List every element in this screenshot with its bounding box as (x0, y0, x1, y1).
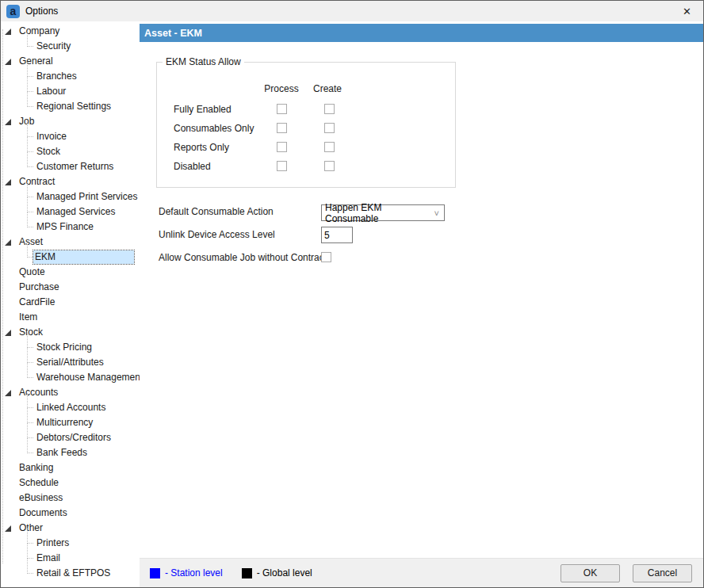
tree-item-branches[interactable]: Branches (1, 69, 140, 84)
tree-item-linked-accounts[interactable]: Linked Accounts (1, 400, 140, 415)
tree-item-label: Managed Services (35, 205, 117, 219)
checkbox-fully-enabled-create[interactable] (324, 104, 335, 114)
checkbox-disabled-process[interactable] (277, 161, 287, 171)
tree-item-stock-pricing[interactable]: Stock Pricing (1, 340, 140, 355)
tree-item-label: Schedule (17, 476, 60, 490)
ekm-status-allow-group: EKM Status Allow Process Create Fully En… (156, 62, 456, 188)
expander-icon[interactable] (5, 330, 11, 336)
tree-item-security[interactable]: Security (1, 39, 140, 54)
default-consumable-action-label: Default Consumable Action (159, 206, 274, 217)
options-tree: CompanySecurityGeneralBranchesLabourRegi… (1, 21, 140, 587)
tree-item-label: Printers (35, 536, 71, 550)
tree-item-invoice[interactable]: Invoice (1, 129, 140, 144)
tree-item-label: Multicurrency (35, 416, 94, 430)
tree-item-regional-settings[interactable]: Regional Settings (1, 99, 140, 114)
expander-icon[interactable] (5, 390, 11, 396)
tree-item-asset[interactable]: Asset (1, 235, 140, 250)
global-level-swatch (242, 568, 252, 578)
app-logo-icon: a (6, 5, 20, 18)
expander-icon[interactable] (5, 179, 11, 185)
tree-item-job[interactable]: Job (1, 114, 140, 129)
row-label: Fully Enabled (174, 104, 231, 115)
global-level-label: - Global level (257, 567, 312, 578)
tree-item-retail-eftpos[interactable]: Retail & EFTPOS (1, 566, 140, 581)
tree-item-label: Email (35, 552, 62, 565)
tree-item-label: Linked Accounts (35, 401, 107, 414)
tree-item-label: Stock Pricing (35, 341, 94, 354)
tree-item-accounts[interactable]: Accounts (1, 385, 140, 400)
footer-bar: - Station level - Global level OK Cancel (140, 558, 703, 587)
title-bar: a Options ✕ (1, 1, 703, 21)
expander-icon[interactable] (5, 59, 11, 65)
tree-item-label: Documents (17, 506, 69, 520)
tree-item-printers[interactable]: Printers (1, 536, 140, 551)
main-panel: Asset - EKM EKM Status Allow Process Cre… (140, 21, 703, 587)
tree-item-managed-print-services[interactable]: Managed Print Services (1, 189, 140, 204)
ok-button[interactable]: OK (561, 564, 620, 582)
tree-item-ebusiness[interactable]: eBusiness (1, 491, 140, 506)
tree-item-label: Stock (35, 145, 62, 158)
tree-item-label: Banking (17, 461, 55, 475)
column-header-create: Create (304, 83, 351, 94)
tree-item-debtors-creditors[interactable]: Debtors/Creditors (1, 430, 140, 445)
checkbox-consumables-only-create[interactable] (324, 123, 335, 133)
tree-item-stock[interactable]: Stock (1, 325, 140, 340)
tree-item-ekm[interactable]: EKM (1, 250, 140, 265)
tree-item-labour[interactable]: Labour (1, 84, 140, 99)
cancel-button[interactable]: Cancel (633, 564, 692, 582)
tree-item-warehouse-management[interactable]: Warehouse Management (1, 370, 140, 385)
row-label: Reports Only (174, 142, 229, 153)
tree-item-general[interactable]: General (1, 54, 140, 69)
tree-item-label: Item (17, 311, 39, 324)
tree-item-banking[interactable]: Banking (1, 460, 140, 475)
tree-item-item[interactable]: Item (1, 310, 140, 325)
tree-item-label: Managed Print Services (35, 190, 139, 204)
tree-item-serial-attributes[interactable]: Serial/Attributes (1, 355, 140, 370)
tree-item-schedule[interactable]: Schedule (1, 475, 140, 491)
expander-icon[interactable] (5, 239, 11, 246)
tree-item-customer-returns[interactable]: Customer Returns (1, 159, 140, 174)
tree-item-purchase[interactable]: Purchase (1, 280, 140, 295)
group-title: EKM Status Allow (163, 56, 244, 67)
tree-item-managed-services[interactable]: Managed Services (1, 204, 140, 220)
tree-item-label: Accounts (17, 386, 59, 399)
tree-item-company[interactable]: Company (1, 24, 140, 39)
tree-item-label: General (17, 55, 55, 68)
tree-item-email[interactable]: Email (1, 551, 140, 566)
expander-icon[interactable] (5, 119, 11, 125)
tree-item-other[interactable]: Other (1, 521, 140, 536)
row-label: Consumables Only (174, 123, 254, 134)
tree-item-label: Security (35, 40, 72, 53)
checkbox-fully-enabled-process[interactable] (277, 104, 287, 114)
status-row-consumables-only: Consumables Only (157, 123, 455, 134)
tree-item-label: Regional Settings (35, 100, 113, 113)
tree-item-mps-finance[interactable]: MPS Finance (1, 220, 140, 235)
tree-item-multicurrency[interactable]: Multicurrency (1, 415, 140, 430)
checkbox-reports-only-create[interactable] (324, 142, 335, 152)
checkbox-consumables-only-process[interactable] (277, 123, 287, 133)
unlink-device-access-level-input[interactable] (321, 227, 353, 243)
station-level-label: - Station level (165, 567, 223, 578)
tree-item-cardfile[interactable]: CardFile (1, 295, 140, 310)
checkbox-disabled-create[interactable] (324, 161, 335, 171)
close-icon[interactable]: ✕ (679, 4, 694, 19)
expander-icon[interactable] (5, 525, 11, 532)
tree-item-label: Contract (17, 175, 56, 189)
tree-item-quote[interactable]: Quote (1, 265, 140, 280)
tree-item-label: Customer Returns (35, 160, 115, 174)
window-body: CompanySecurityGeneralBranchesLabourRegi… (1, 21, 703, 587)
tree-item-contract[interactable]: Contract (1, 174, 140, 189)
tree-item-label: CardFile (17, 296, 56, 309)
tree-item-stock[interactable]: Stock (1, 144, 140, 159)
tree-item-label: EKM (33, 250, 134, 264)
tree-item-label: Bank Feeds (35, 446, 89, 460)
allow-consumable-job-checkbox[interactable] (321, 252, 331, 262)
default-consumable-action-select[interactable]: Happen EKM Consumable ˅ (321, 204, 445, 221)
tree-item-label: Purchase (17, 281, 61, 294)
tree-item-documents[interactable]: Documents (1, 506, 140, 521)
checkbox-reports-only-process[interactable] (277, 142, 287, 152)
tree-item-bank-feeds[interactable]: Bank Feeds (1, 445, 140, 460)
allow-consumable-job-label: Allow Consumable Job without Contract (159, 252, 327, 263)
expander-icon[interactable] (5, 29, 11, 35)
tree-item-label: Quote (17, 265, 47, 279)
